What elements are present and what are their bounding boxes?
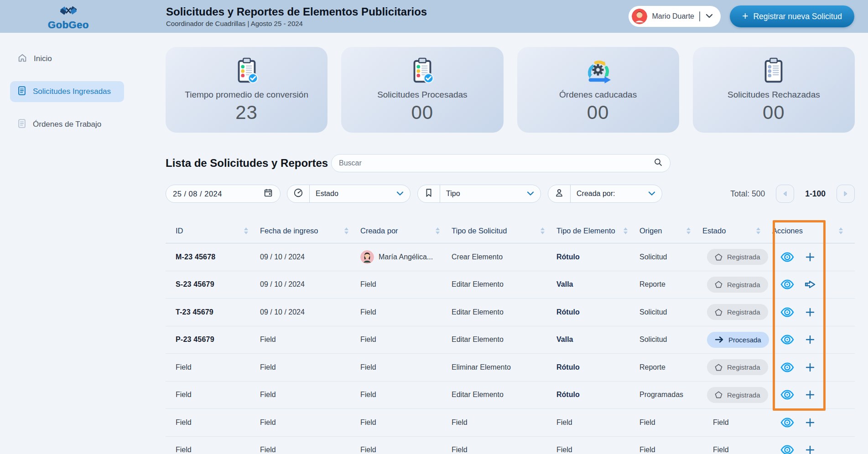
cell-origen: Solicitud	[639, 308, 702, 316]
cell-id: S-23 45679	[176, 280, 260, 289]
add-action-button[interactable]	[803, 305, 817, 319]
table-row[interactable]: Field Field Field Field Field Field Fiel…	[166, 437, 855, 454]
view-action-button[interactable]	[780, 278, 794, 291]
view-action-button[interactable]	[780, 443, 794, 454]
cell-estado: Field	[702, 418, 772, 427]
cell-acciones	[772, 361, 855, 374]
sort-icon[interactable]	[756, 227, 760, 234]
view-action-button[interactable]	[780, 361, 794, 374]
table-row[interactable]: M-23 45678 09 / 10 / 2024 María Angélica…	[166, 243, 855, 271]
add-action-button[interactable]	[803, 443, 817, 454]
cell-origen: Programadas	[639, 391, 702, 399]
view-action-button[interactable]	[780, 305, 794, 319]
add-action-button[interactable]	[803, 250, 817, 264]
document-icon	[17, 86, 26, 98]
status-badge: Procesada	[707, 332, 769, 348]
add-action-button[interactable]	[803, 361, 817, 374]
cell-estado: Procesada	[702, 332, 772, 348]
table-header: ID Fecha de ingreso Creada por Tipo	[166, 219, 855, 243]
column-header: ID	[176, 227, 260, 235]
view-action-button[interactable]	[780, 333, 794, 346]
sidebar-item-2[interactable]: Órdenes de Trabajo	[10, 114, 124, 135]
cell-tipo-elemento: Valla	[556, 335, 639, 344]
cell-id: Field	[176, 446, 260, 454]
table-row[interactable]: T-23 45679 09 / 10 / 2024 Field Editar E…	[166, 299, 855, 326]
app-logo[interactable]: GobGeo	[0, 2, 137, 31]
sidebar: Inicio Solicitudes Ingresadas Órdenes de…	[0, 33, 137, 454]
status-badge: Registrada	[707, 249, 768, 265]
sidebar-item-label: Solicitudes Ingresadas	[33, 87, 111, 96]
cell-fecha: 09 / 10 / 2024	[260, 308, 360, 316]
user-menu[interactable]: Mario Duarte	[629, 6, 721, 27]
search-icon[interactable]	[654, 158, 663, 169]
cell-fecha: 09 / 10 / 2024	[260, 253, 360, 261]
estado-text: Field	[707, 418, 729, 426]
next-page-button[interactable]	[837, 185, 855, 203]
date-filter[interactable]: 25 / 08 / 2024	[166, 185, 281, 203]
table-row[interactable]: P-23 45679 Field Field Editar Elemento V…	[166, 326, 855, 354]
view-action-button[interactable]	[780, 416, 794, 429]
tipo-filter[interactable]: Tipo	[417, 185, 541, 203]
cell-creada-por: Field	[360, 418, 452, 427]
sort-icon[interactable]	[344, 227, 348, 234]
prev-page-button[interactable]	[776, 185, 794, 203]
status-badge: Registrada	[707, 387, 768, 403]
cell-acciones	[772, 333, 855, 346]
sort-icon[interactable]	[541, 227, 545, 234]
pentagon-icon	[715, 281, 722, 288]
cell-tipo-solicitud: Field	[452, 418, 556, 427]
table-row[interactable]: Field Field Field Field Field Field Fiel…	[166, 409, 855, 437]
add-action-button[interactable]	[803, 333, 817, 346]
search-input[interactable]	[339, 159, 654, 167]
column-header: Creada por	[360, 227, 452, 235]
sort-icon[interactable]	[839, 227, 843, 234]
sort-icon[interactable]	[244, 227, 248, 234]
person-icon	[554, 188, 564, 200]
plus-icon: +	[742, 10, 748, 22]
cell-creada-por: Field	[360, 308, 452, 316]
page-range: 1-100	[805, 189, 826, 199]
forward-action-button[interactable]	[803, 278, 817, 291]
add-action-button[interactable]	[803, 416, 817, 429]
cell-origen: Reporte	[639, 363, 702, 371]
cell-tipo-elemento: Rótulo	[556, 308, 639, 316]
sidebar-item-1[interactable]: Solicitudes Ingresadas	[10, 81, 124, 102]
app-header: GobGeo Solicitudes y Reportes de Element…	[0, 0, 868, 33]
list-title: Lista de Solicitudes y Reportes	[166, 157, 331, 170]
sort-icon[interactable]	[436, 227, 440, 234]
search-bar[interactable]	[331, 154, 670, 172]
pentagon-icon	[715, 364, 722, 371]
table-row[interactable]: Field Field Field Editar Elemento Rótulo…	[166, 382, 855, 409]
triangle-right-icon	[842, 190, 849, 197]
clipboard-check-icon	[408, 56, 437, 85]
cell-creada-por: Field	[360, 446, 452, 454]
sidebar-item-0[interactable]: Inicio	[10, 48, 124, 69]
sort-icon[interactable]	[624, 227, 628, 234]
sidebar-item-label: Inicio	[34, 54, 52, 63]
cell-estado: Registrada	[702, 249, 772, 265]
cell-acciones	[772, 443, 855, 454]
column-header: Tipo de Solicitud	[452, 227, 556, 235]
stat-card-value: 00	[411, 102, 434, 124]
cell-acciones	[772, 305, 855, 319]
creada-por-filter[interactable]: Creada por:	[548, 185, 662, 203]
add-action-button[interactable]	[803, 388, 817, 402]
estado-filter[interactable]: Estado	[287, 185, 411, 203]
column-header: Tipo de Elemento	[556, 227, 639, 235]
chevron-down-icon[interactable]	[705, 12, 713, 21]
cell-acciones	[772, 278, 855, 291]
stat-card-value: 00	[763, 102, 785, 124]
sort-icon[interactable]	[686, 227, 691, 234]
cell-acciones	[772, 388, 855, 402]
pentagon-icon	[715, 391, 722, 398]
table-row[interactable]: Field Field Field Eliminar Elemento Rótu…	[166, 354, 855, 382]
view-action-button[interactable]	[780, 250, 794, 264]
cell-fecha: Field	[260, 363, 360, 371]
cell-tipo-solicitud: Editar Elemento	[452, 308, 556, 316]
chevron-down-icon	[527, 190, 534, 198]
table-row[interactable]: S-23 45679 09 / 10 / 2024 Field Editar E…	[166, 271, 855, 299]
register-solicitud-button[interactable]: + Registrar nueva Solicitud	[730, 5, 854, 27]
view-action-button[interactable]	[780, 388, 794, 402]
column-header: Fecha de ingreso	[260, 227, 360, 235]
cell-estado: Registrada	[702, 387, 772, 403]
